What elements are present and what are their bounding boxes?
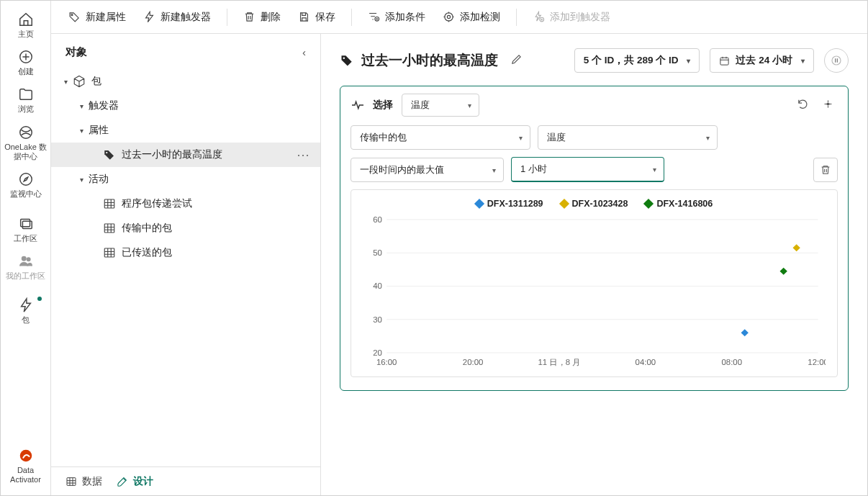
chevron-down-icon: ▾ [60, 76, 71, 87]
people-icon [18, 253, 34, 269]
legend-item[interactable]: DFX-1023428 [561, 199, 628, 209]
more-icon[interactable]: ⋯ [294, 147, 313, 163]
bolt-icon [18, 297, 34, 313]
chart-point[interactable] [779, 268, 787, 275]
chevron-down-icon: ▾ [801, 57, 805, 65]
svg-point-5 [22, 257, 26, 261]
tag-icon [103, 148, 116, 161]
nav-create[interactable]: 创建 [1, 44, 50, 81]
nav-home[interactable]: 主页 [1, 6, 50, 44]
nav-monitor[interactable]: 监视中心 [1, 166, 50, 204]
chevron-down-icon: ▾ [76, 100, 87, 112]
tree-node-triggers[interactable]: ▾ 触发器 [51, 94, 320, 118]
table-icon [103, 222, 116, 235]
svg-text:20:00: 20:00 [463, 358, 484, 366]
nav-browse[interactable]: 浏览 [1, 81, 50, 119]
remove-filter-button[interactable] [813, 158, 838, 182]
trash-icon [820, 164, 831, 176]
nav-onelake[interactable]: OneLake 数据中心 [1, 120, 50, 166]
tree-node-root[interactable]: ▾ 包 [51, 69, 320, 94]
svg-text:12:00: 12:00 [808, 358, 826, 366]
svg-text:60: 60 [373, 216, 382, 224]
svg-rect-15 [104, 224, 114, 233]
tree-node-max-temp[interactable]: 过去一小时的最高温度 ⋯ [51, 143, 320, 167]
tree-node-activity[interactable]: ▾ 活动 [51, 167, 320, 191]
measure-select[interactable]: 温度 ▾ [402, 94, 479, 117]
id-selector[interactable]: 5 个 ID，共 289 个 ID ▾ [574, 48, 700, 73]
settings-button[interactable] [818, 94, 838, 116]
stream-select[interactable]: 传输中的包 ▾ [351, 125, 530, 150]
legend-item[interactable]: DFX-1311289 [476, 199, 543, 209]
chart-point[interactable] [792, 244, 800, 251]
legend-item[interactable]: DFX-1416806 [645, 199, 713, 209]
svg-text:50: 50 [373, 248, 382, 257]
svg-point-2 [19, 173, 32, 186]
chevron-down-icon: ▾ [76, 173, 87, 185]
svg-point-18 [343, 57, 345, 59]
nav-my-workspace[interactable]: 我的工作区 [1, 248, 50, 286]
compass-icon [18, 171, 34, 187]
nav-data-activator[interactable]: Data Activator [1, 443, 50, 490]
window-select[interactable]: 1 小时 ▾ [511, 157, 664, 182]
svg-point-10 [445, 13, 453, 21]
activity-dot-icon [37, 297, 42, 301]
svg-rect-3 [20, 220, 30, 227]
detail-title: 过去一小时的最高温度 [340, 51, 498, 70]
chevron-down-icon: ▾ [519, 134, 523, 142]
footer-tabs: 数据 设计 [51, 466, 320, 495]
tree-node-event-transit[interactable]: 传输中的包 [51, 216, 320, 240]
btn-add-to-trigger: 添加到触发器 [525, 6, 618, 28]
tree-node-properties[interactable]: ▾ 属性 [51, 118, 320, 143]
nav-package[interactable]: 包 [1, 292, 50, 330]
folder-icon [18, 86, 34, 102]
table-icon [65, 476, 77, 487]
tab-design[interactable]: 设计 [117, 475, 153, 488]
nav-rail: 主页 创建 浏览 OneLake 数据中心 监视中心 工作区 我的工作区 [1, 1, 51, 495]
plus-circle-icon [18, 49, 34, 65]
svg-text:08:00: 08:00 [721, 358, 742, 366]
svg-rect-16 [104, 248, 114, 257]
chart-point[interactable] [741, 329, 749, 336]
tag-icon [68, 11, 81, 23]
aggregation-select[interactable]: 一段时间内的最大值 ▾ [351, 158, 504, 182]
pencil-icon [510, 53, 523, 66]
home-icon [18, 12, 34, 27]
btn-new-trigger[interactable]: 新建触发器 [136, 6, 218, 28]
btn-add-detection[interactable]: 添加检测 [435, 6, 507, 28]
undo-icon [797, 98, 809, 110]
tab-data[interactable]: 数据 [65, 475, 102, 488]
nav-workspaces[interactable]: 工作区 [1, 211, 50, 248]
svg-text:40: 40 [373, 282, 382, 291]
onelake-icon [18, 125, 34, 140]
target-icon [443, 11, 455, 23]
undo-button[interactable] [793, 94, 813, 116]
chevron-down-icon: ▾ [687, 57, 690, 65]
btn-delete[interactable]: 删除 [236, 6, 288, 28]
time-range-selector[interactable]: 过去 24 小时 ▾ [710, 48, 814, 73]
chevron-down-icon: ▾ [706, 134, 710, 142]
legend-swatch-icon [643, 199, 654, 209]
calendar-icon [719, 55, 730, 66]
btn-add-condition[interactable]: 添加条件 [361, 6, 433, 28]
svg-text:16:00: 16:00 [376, 358, 397, 366]
tree-node-event-delivered[interactable]: 已传送的包 [51, 240, 320, 265]
filter-add-icon [368, 11, 380, 23]
btn-save[interactable]: 保存 [291, 6, 343, 28]
pause-icon [831, 55, 842, 66]
table-icon [103, 197, 116, 210]
tree-title: 对象 [65, 45, 87, 59]
divider [516, 9, 517, 26]
toolbar: 新建属性 新建触发器 删除 保存 添加条件 添加检测 [51, 1, 867, 34]
tree-node-event-attempt[interactable]: 程序包传递尝试 [51, 191, 320, 216]
collapse-tree-btn[interactable]: ‹ [302, 46, 306, 58]
btn-new-property[interactable]: 新建属性 [61, 6, 133, 28]
activator-icon [18, 448, 34, 464]
chart[interactable]: 203040506016:0020:0011 日，8 月04:0008:0012… [363, 216, 826, 371]
column-select[interactable]: 温度 ▾ [538, 125, 718, 150]
edit-title-button[interactable] [508, 51, 525, 70]
svg-point-20 [832, 56, 841, 65]
tag-icon [340, 53, 354, 68]
sliders-icon [822, 98, 834, 110]
legend-swatch-icon [474, 199, 484, 209]
pause-button[interactable] [824, 48, 849, 73]
